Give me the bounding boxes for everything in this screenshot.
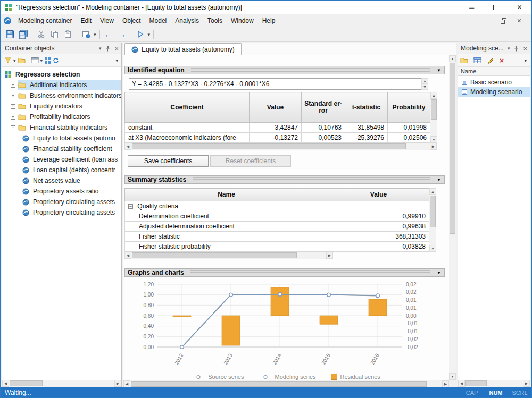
- edit-pencil-icon[interactable]: [487, 57, 494, 64]
- menu-window[interactable]: Window: [227, 15, 258, 26]
- tree-item-model[interactable]: Proprietory assets ratio: [2, 186, 121, 197]
- menu-help[interactable]: Help: [258, 15, 280, 26]
- content-hscrollbar[interactable]: ◀ ▶: [123, 380, 449, 387]
- toolbar-more-dropdown[interactable]: ▾: [114, 58, 119, 63]
- menu-tools[interactable]: Tools: [203, 15, 227, 26]
- save-coefficients-button[interactable]: Save coefficients: [128, 155, 209, 167]
- table-row[interactable]: Adjusted determination coefficient 0,996…: [125, 222, 429, 232]
- tree-item-model[interactable]: Equity to total assets (autono: [2, 133, 121, 143]
- scroll-up-button[interactable]: ▲: [449, 55, 456, 62]
- column-header-tstat[interactable]: t-statistic: [345, 92, 388, 123]
- expand-icon[interactable]: +: [11, 83, 15, 88]
- scroll-right-button[interactable]: ▶: [114, 380, 121, 387]
- formula-scroll-down[interactable]: ▼: [421, 84, 428, 90]
- grid-view-icon[interactable]: [44, 57, 52, 64]
- folder-icon[interactable]: [18, 57, 26, 64]
- scroll-right-button[interactable]: ▶: [430, 143, 437, 150]
- maximize-button[interactable]: [484, 1, 508, 14]
- scroll-right-button[interactable]: ▶: [442, 380, 449, 387]
- panel-menu-dropdown[interactable]: ▾: [508, 46, 510, 51]
- close-button[interactable]: ×: [508, 1, 531, 14]
- tree-hscrollbar[interactable]: ◀ ▶: [2, 380, 121, 387]
- scroll-left-button[interactable]: ◀: [458, 380, 465, 387]
- tree-item-folder[interactable]: + Business environment indicators: [2, 90, 121, 101]
- paste-button[interactable]: [61, 28, 74, 40]
- content-vscrollbar[interactable]: ▲ ▼: [449, 55, 456, 380]
- mdi-close-button[interactable]: ×: [517, 16, 521, 25]
- table-row[interactable]: at X3 (Macroeconomic indicators (fore- -…: [125, 133, 430, 143]
- run-dropdown[interactable]: ▾: [147, 32, 152, 37]
- tree-item-model[interactable]: Financial stability coefficient: [2, 143, 121, 154]
- collapse-section-button[interactable]: ▼: [434, 67, 444, 73]
- scrollbar-thumb[interactable]: [10, 380, 43, 386]
- scrollbar-thumb[interactable]: [450, 63, 455, 234]
- scroll-left-button[interactable]: ◀: [123, 380, 130, 387]
- equation-formula-field[interactable]: Y = 3.4285 - 0.1327*X3 - 0.2276*X4 - 0.0…: [129, 78, 421, 90]
- table-row[interactable]: Determination coefficient 0,99910: [125, 211, 429, 222]
- scroll-left-button[interactable]: ◀: [2, 380, 9, 387]
- tree-item-model[interactable]: Leverage coefficient (loan ass: [2, 154, 121, 165]
- coefficients-table-hscrollbar[interactable]: ◀ ▶: [124, 143, 437, 150]
- forward-button[interactable]: →: [115, 28, 129, 40]
- filter-icon[interactable]: [4, 57, 12, 64]
- scroll-down-button[interactable]: ▼: [430, 136, 437, 143]
- group-row-quality-criteria[interactable]: − Quality criteria: [125, 201, 429, 211]
- tree-item-model[interactable]: Proprietory circulating assets: [2, 197, 121, 207]
- tree-item-folder[interactable]: + Profitability indicators: [2, 112, 121, 122]
- summary-table-vscrollbar[interactable]: ▲ ▼: [429, 188, 436, 252]
- minimize-button[interactable]: ─: [460, 1, 484, 14]
- scroll-up-button[interactable]: ▲: [429, 188, 436, 195]
- folder-icon[interactable]: [460, 57, 468, 64]
- save-button[interactable]: [3, 28, 16, 40]
- table-row[interactable]: Fisher statistic 368,31303: [125, 232, 429, 242]
- table-row[interactable]: constant 3,42847 0,10763 31,85498 0,0199…: [125, 123, 430, 133]
- tree-item-folder[interactable]: − Financial stability indicators: [2, 122, 121, 133]
- pin-icon[interactable]: [513, 46, 519, 52]
- graphs-section-header[interactable]: Graphs and charts ▼: [124, 268, 445, 277]
- scrollbar-thumb[interactable]: [132, 143, 406, 149]
- scrollbar-thumb[interactable]: [430, 196, 436, 227]
- scrollbar-thumb[interactable]: [132, 252, 297, 258]
- panel-close-button[interactable]: ×: [523, 45, 527, 53]
- back-button[interactable]: ←: [102, 28, 115, 40]
- menu-analysis[interactable]: Analysis: [171, 15, 203, 26]
- scrollbar-thumb[interactable]: [466, 380, 487, 386]
- table-icon[interactable]: [473, 57, 481, 64]
- filter-dropdown[interactable]: ▾: [12, 58, 17, 63]
- view-pane-dropdown[interactable]: ▾: [39, 58, 44, 63]
- tab-equity-to-total-assets[interactable]: Equity to total assets (autonomy): [124, 43, 242, 55]
- tree-item-folder[interactable]: + Additional indicators: [2, 80, 121, 90]
- column-header-stderr[interactable]: Standard er- ror: [302, 92, 345, 123]
- menu-object[interactable]: Object: [118, 15, 145, 26]
- tree-item-model[interactable]: Proprietory circulating assets: [2, 207, 121, 218]
- list-item-modeling-scenario[interactable]: Modeling scenario: [458, 87, 530, 97]
- table-row[interactable]: Fisher statistic probability 0,03828: [125, 242, 429, 252]
- scenarios-column-header[interactable]: Name: [458, 67, 530, 76]
- tree-item-root[interactable]: Regressors selection: [2, 69, 121, 80]
- panel-menu-dropdown[interactable]: ▾: [99, 46, 102, 51]
- collapse-icon[interactable]: −: [11, 125, 15, 130]
- panel-close-button[interactable]: ×: [114, 45, 119, 53]
- coefficients-table-vscrollbar[interactable]: ▲ ▼: [430, 92, 437, 143]
- pin-icon[interactable]: [105, 46, 111, 52]
- refresh-icon[interactable]: [52, 57, 60, 64]
- tree-item-model[interactable]: Net assets value: [2, 175, 121, 186]
- column-header-probability[interactable]: Probability: [388, 92, 430, 123]
- menu-edit[interactable]: Edit: [76, 15, 96, 26]
- save-all-button[interactable]: [16, 28, 30, 40]
- menu-view[interactable]: View: [96, 15, 118, 26]
- scroll-down-button[interactable]: ▼: [449, 373, 456, 380]
- scenarios-hscrollbar[interactable]: ◀ ▶: [458, 380, 530, 387]
- delete-icon[interactable]: ×: [500, 56, 504, 65]
- view-pane-icon[interactable]: [31, 57, 39, 64]
- run-calculation-button[interactable]: [134, 28, 147, 40]
- mdi-minimize-button[interactable]: ─: [485, 17, 490, 24]
- menu-modeling-container[interactable]: Modeling container: [14, 15, 76, 26]
- scrollbar-thumb[interactable]: [131, 381, 427, 387]
- expand-icon[interactable]: +: [11, 115, 15, 120]
- scroll-left-button[interactable]: ◀: [124, 252, 131, 259]
- reset-coefficients-button[interactable]: Reset coefficients: [210, 155, 291, 167]
- report-dropdown[interactable]: ▾: [93, 32, 97, 37]
- scroll-right-button[interactable]: ▶: [523, 380, 530, 387]
- menu-model[interactable]: Model: [145, 15, 171, 26]
